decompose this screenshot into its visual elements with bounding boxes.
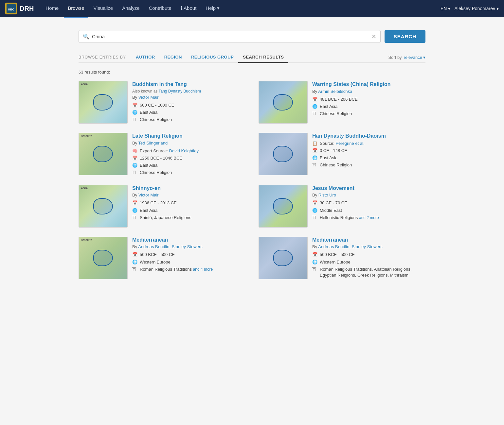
navbar: UBC DRH Home Browse Visualize Analyze Co… — [0, 0, 504, 17]
calendar-icon: 📅 — [312, 200, 317, 205]
language-selector[interactable]: EN ▾ — [441, 6, 450, 11]
user-menu[interactable]: Aleksey Ponomarev ▾ — [454, 6, 499, 11]
result-info: Han Dynasty Buddho-Daoism 📋 Source: Pere… — [312, 133, 425, 168]
meta-date: 📅 500 BCE - 500 CE — [132, 252, 245, 258]
map-region-overlay — [93, 94, 113, 110]
map-label: Satellite — [81, 238, 92, 242]
tab-author[interactable]: AUTHOR — [131, 52, 160, 63]
result-title[interactable]: Jesus Movement — [312, 185, 425, 192]
author-link[interactable]: Risto Uro — [318, 193, 336, 197]
search-clear-icon[interactable]: ✕ — [371, 33, 376, 40]
meta-region: 🌐 Western Europe — [132, 259, 245, 265]
result-author: By Victor Mair — [132, 95, 245, 100]
meta-date: 📅 500 BCE - 500 CE — [312, 252, 425, 258]
calendar-icon: 📅 — [312, 252, 317, 257]
globe-icon: 🌐 — [132, 110, 137, 115]
result-map: Satellite — [79, 133, 128, 175]
calendar-icon: 📅 — [312, 148, 317, 153]
result-author: By Ted Slingerland — [132, 141, 245, 145]
search-bar: 🔍 ✕ SEARCH — [79, 30, 425, 43]
brand[interactable]: UBC DRH — [5, 3, 34, 14]
meta-expert: 🧠 Expert Source: David Keightley — [132, 148, 245, 154]
sort-selector[interactable]: relevance ▾ — [404, 55, 425, 60]
meta-region: 🌐 East Asia — [312, 155, 425, 161]
result-meta: 📅 500 BCE - 500 CE 🌐 Western Europe ⛩ Ro… — [312, 252, 425, 278]
result-title[interactable]: Shinnyo-en — [132, 185, 245, 192]
map-region-overlay — [93, 250, 113, 266]
user-chevron-icon: ▾ — [496, 6, 499, 11]
calendar-icon: 📅 — [132, 200, 137, 205]
author-link[interactable]: Andreas Bendlin, Stanley Stowers — [138, 244, 203, 249]
calendar-icon: 📅 — [132, 103, 137, 108]
globe-icon: 🌐 — [312, 260, 317, 264]
map-image: Satellite — [79, 237, 127, 279]
sort-chevron-icon: ▾ — [423, 55, 425, 60]
alias-link[interactable]: Tang Dynasty Buddhism — [159, 89, 201, 94]
nav-contribute[interactable]: Contribute — [145, 0, 175, 18]
meta-date: 📅 30 CE - 70 CE — [312, 200, 425, 206]
map-image — [259, 185, 307, 227]
source-link[interactable]: Peregrine et al. — [335, 141, 364, 146]
expert-link[interactable]: David Keightley — [169, 148, 199, 153]
globe-icon: 🌐 — [312, 104, 317, 109]
meta-region: 🌐 East Asia — [132, 110, 245, 115]
author-link[interactable]: Andreas Bendlin, Stanley Stowers — [318, 244, 383, 249]
tab-religious-group[interactable]: RELIGIOUS GROUP — [187, 52, 238, 63]
result-info: Jesus Movement By Risto Uro 📅 30 CE - 70… — [312, 185, 425, 221]
author-link[interactable]: Victor Mair — [138, 193, 159, 197]
nav-help[interactable]: Help ▾ — [202, 0, 224, 18]
map-region-overlay — [93, 198, 113, 214]
map-image: Satellite — [79, 133, 127, 175]
result-title[interactable]: Mediterranean — [132, 237, 245, 244]
meta-source: 📋 Source: Peregrine et al. — [312, 141, 425, 146]
map-region-overlay — [273, 146, 293, 162]
sort-label: Sort by — [388, 55, 402, 60]
and-more-link[interactable]: and 4 more — [193, 267, 213, 272]
result-meta: 📋 Source: Peregrine et al. 📅 0 CE - 148 … — [312, 141, 425, 168]
and-more-link[interactable]: and 2 more — [359, 215, 379, 220]
result-info: Shinnyo-en By Victor Mair 📅 1936 CE - 20… — [132, 185, 245, 221]
result-map: Satellite — [79, 237, 128, 279]
result-title[interactable]: Mediterranean — [312, 237, 425, 244]
result-title[interactable]: Warring States (China) Religion — [312, 81, 425, 88]
search-button[interactable]: SEARCH — [385, 30, 425, 43]
author-link[interactable]: Ted Slingerland — [138, 141, 168, 145]
result-title[interactable]: Late Shang Religion — [132, 133, 245, 140]
nav-visualize[interactable]: Visualize — [89, 0, 117, 18]
author-link[interactable]: Armin Selbitschka — [318, 89, 352, 94]
nav-about[interactable]: ℹ About — [177, 0, 201, 18]
meta-religion: ⛩ Hellenistic Religions and 2 more — [312, 215, 425, 221]
religion-icon: ⛩ — [132, 117, 137, 122]
result-map — [259, 133, 308, 175]
result-card: Warring States (China) Religion By Armin… — [259, 81, 425, 124]
result-meta: 📅 30 CE - 70 CE 🌐 Middle East ⛩ Hellenis… — [312, 200, 425, 221]
result-map: ASIA — [79, 185, 128, 228]
meta-region: 🌐 East Asia — [132, 162, 245, 168]
result-title[interactable]: Han Dynasty Buddho-Daoism — [312, 133, 425, 140]
author-link[interactable]: Victor Mair — [138, 95, 159, 100]
meta-date: 📅 0 CE - 148 CE — [312, 148, 425, 154]
tab-search-results[interactable]: SEARCH RESULTS — [238, 52, 288, 63]
tab-region[interactable]: REGION — [160, 52, 187, 63]
result-card: ASIA Shinnyo-en By Victor Mair 📅 1936 CE… — [79, 185, 245, 228]
expert-icon: 🧠 — [132, 148, 137, 153]
result-map — [259, 237, 308, 279]
map-label: Satellite — [81, 134, 92, 138]
religion-icon: ⛩ — [312, 162, 317, 167]
result-author: By Victor Mair — [132, 193, 245, 197]
nav-home[interactable]: Home — [42, 0, 63, 18]
result-info: Warring States (China) Religion By Armin… — [312, 81, 425, 117]
religion-icon: ⛩ — [312, 267, 317, 272]
search-input[interactable] — [92, 30, 371, 42]
logo-icon: UBC — [7, 4, 16, 13]
svg-text:UBC: UBC — [8, 8, 14, 11]
result-card: Mediterranean By Andreas Bendlin, Stanle… — [259, 237, 425, 279]
nav-analyze[interactable]: Analyze — [118, 0, 143, 18]
result-title[interactable]: Buddhism in the Tang — [132, 81, 245, 88]
meta-religion: ⛩ Shintō, Japanese Religions — [132, 215, 245, 221]
lang-chevron-icon: ▾ — [448, 6, 450, 11]
nav-browse[interactable]: Browse — [64, 0, 88, 18]
sort-wrap: Sort by relevance ▾ — [388, 55, 425, 60]
main-content: 🔍 ✕ SEARCH BROWSE ENTRIES BY AUTHOR REGI… — [72, 17, 432, 292]
meta-religion: ⛩ Chinese Religion — [312, 111, 425, 117]
